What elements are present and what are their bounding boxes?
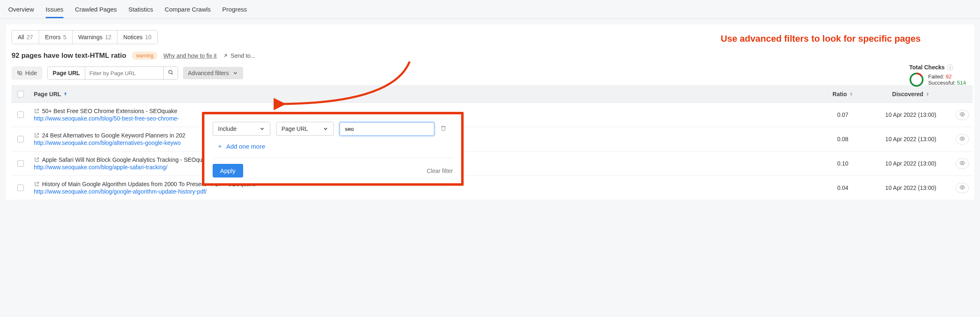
eye-icon <box>959 160 965 166</box>
filter-mode-select[interactable]: Include <box>213 122 270 136</box>
view-button[interactable] <box>956 158 969 169</box>
sort-icon: ▲▼ <box>926 92 929 96</box>
row-checkbox[interactable] <box>17 185 24 191</box>
tab-notices[interactable]: Notices10 <box>117 31 157 44</box>
eye-off-icon <box>17 70 23 76</box>
row-discovered: 10 Apr 2022 (13:00) <box>870 106 952 123</box>
chevron-down-icon <box>232 70 238 76</box>
tab-all-count: 27 <box>27 34 33 40</box>
svg-point-5 <box>961 162 963 164</box>
advanced-filters-label: Advanced filters <box>188 70 229 76</box>
heading-row: 92 pages have low text-HTML ratio warnin… <box>12 52 973 60</box>
nav-statistics[interactable]: Statistics <box>129 3 153 18</box>
external-link-icon <box>34 132 40 138</box>
nav-compare-crawls[interactable]: Compare Crawls <box>165 3 211 18</box>
failed-count: 92 <box>946 73 952 80</box>
chevron-down-icon <box>323 126 328 132</box>
tab-errors-label: Errors <box>45 34 61 40</box>
select-all-checkbox[interactable] <box>17 91 24 97</box>
svg-point-0 <box>169 70 172 73</box>
row-discovered: 10 Apr 2022 (13:00) <box>870 180 952 196</box>
row-ratio: 0.10 <box>816 155 870 172</box>
filter-field-select[interactable]: Page URL <box>276 122 334 136</box>
row-url[interactable]: http://www.seoquake.com/blog/google-algo… <box>34 188 812 195</box>
tab-errors[interactable]: Errors5 <box>39 31 73 44</box>
tab-notices-count: 10 <box>145 34 152 40</box>
header-discovered-label: Discovered <box>892 91 923 97</box>
send-to-button[interactable]: Send to... <box>223 52 256 59</box>
header-page-url[interactable]: Page URL ▲▼ <box>30 86 816 102</box>
url-filter-label: Page URL <box>48 67 85 79</box>
external-link-icon <box>34 181 40 187</box>
eye-icon <box>959 185 965 190</box>
row-checkbox[interactable] <box>17 136 24 142</box>
row-checkbox[interactable] <box>17 111 24 118</box>
eye-icon <box>959 111 965 117</box>
page-title: 92 pages have low text-HTML ratio <box>12 52 126 60</box>
apply-button[interactable]: Apply <box>213 164 243 177</box>
nav-progress[interactable]: Progress <box>222 3 247 18</box>
tab-all-label: All <box>18 34 24 40</box>
url-filter-search-button[interactable] <box>163 67 178 79</box>
annotation-callout: Use advanced filters to look for specifi… <box>721 33 921 44</box>
tab-errors-count: 5 <box>63 34 66 40</box>
tab-warnings-label: Warnings <box>78 34 103 40</box>
total-checks-label: Total Checks <box>909 64 945 71</box>
external-link-icon <box>34 157 40 163</box>
row-ratio: 0.08 <box>816 131 870 147</box>
view-button[interactable] <box>956 110 969 120</box>
nav-overview[interactable]: Overview <box>8 3 34 18</box>
share-icon <box>223 53 228 59</box>
warning-badge: warning <box>132 52 157 60</box>
hide-button[interactable]: Hide <box>12 66 42 80</box>
table-header: Page URL ▲▼ Ratio ▲▼ Discovered ▲▼ <box>12 85 973 103</box>
table-row: 50+ Best Free SEO Chrome Extensions - SE… <box>12 103 973 127</box>
header-ratio[interactable]: Ratio ▲▼ <box>816 86 870 102</box>
nav-crawled-pages[interactable]: Crawled Pages <box>75 3 117 18</box>
sort-icon: ▲▼ <box>63 92 67 96</box>
svg-point-6 <box>961 187 963 188</box>
total-checks-donut <box>909 72 924 87</box>
url-filter-group: Page URL <box>47 66 178 80</box>
failed-label: Failed: <box>928 73 944 80</box>
external-link-icon <box>34 108 40 114</box>
plus-icon: ＋ <box>217 142 223 150</box>
send-to-label: Send to... <box>231 52 256 59</box>
table-row: 24 Best Alternatives to Google Keyword P… <box>12 127 973 151</box>
info-icon[interactable]: i <box>947 64 953 71</box>
row-ratio: 0.07 <box>816 106 870 123</box>
clear-filter-button[interactable]: Clear filter <box>427 168 453 174</box>
row-discovered: 10 Apr 2022 (13:00) <box>870 131 952 147</box>
view-button[interactable] <box>956 134 969 144</box>
sort-icon: ▲▼ <box>849 92 853 96</box>
trash-icon[interactable] <box>440 125 447 133</box>
filter-value-input[interactable] <box>340 122 434 136</box>
tab-all[interactable]: All27 <box>12 31 39 44</box>
success-count: 514 <box>957 80 966 86</box>
why-fix-link[interactable]: Why and how to fix it <box>163 52 216 59</box>
filter-row: Hide Page URL Advanced filters <box>12 66 973 80</box>
row-discovered: 10 Apr 2022 (13:00) <box>870 155 952 172</box>
table-row: Apple Safari Will Not Block Google Analy… <box>12 151 973 176</box>
url-filter-input[interactable] <box>85 67 163 79</box>
row-ratio: 0.04 <box>816 180 870 196</box>
tab-warnings-count: 12 <box>105 34 112 40</box>
tab-warnings[interactable]: Warnings12 <box>73 31 117 44</box>
header-ratio-label: Ratio <box>832 91 847 97</box>
add-filter-button[interactable]: ＋ Add one more <box>217 142 453 150</box>
main-panel: Use advanced filters to look for specifi… <box>6 24 974 200</box>
table-row: History of Main Google Algorithm Updates… <box>12 176 973 200</box>
advanced-filters-button[interactable]: Advanced filters <box>183 67 243 79</box>
top-nav: Overview Issues Crawled Pages Statistics… <box>0 0 980 19</box>
add-filter-label: Add one more <box>226 143 265 150</box>
hide-label: Hide <box>25 70 37 76</box>
svg-point-3 <box>961 114 963 115</box>
filter-mode-value: Include <box>218 125 237 132</box>
results-table: Page URL ▲▼ Ratio ▲▼ Discovered ▲▼ 50+ B… <box>12 85 973 200</box>
nav-issues[interactable]: Issues <box>46 3 63 18</box>
view-button[interactable] <box>956 183 969 193</box>
issue-type-tabs: All27 Errors5 Warnings12 Notices10 <box>12 30 158 44</box>
header-discovered[interactable]: Discovered ▲▼ <box>870 86 952 102</box>
advanced-filters-panel: Include Page URL ＋ Add one more Apply Cl… <box>202 112 464 186</box>
row-checkbox[interactable] <box>17 160 24 167</box>
